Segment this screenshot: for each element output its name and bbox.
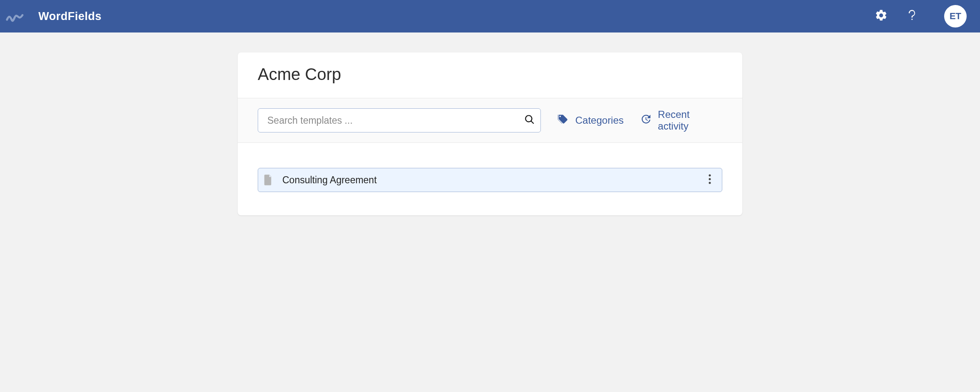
search-button[interactable] (524, 114, 535, 127)
brand-name: WordFields (38, 10, 102, 23)
recent-label: Recent activity (658, 109, 722, 132)
categories-label: Categories (575, 115, 623, 126)
tags-icon (557, 113, 568, 127)
svg-point-2 (709, 182, 711, 184)
workspace-title: Acme Corp (258, 65, 722, 84)
template-name: Consulting Agreement (282, 175, 703, 186)
search-wrap (258, 108, 541, 132)
brand-logo-icon (6, 7, 24, 25)
template-list: Consulting Agreement (238, 143, 742, 215)
avatar-initials: ET (950, 11, 961, 22)
recent-activity-link[interactable]: Recent activity (640, 109, 722, 132)
page-body: Acme Corp Categories (0, 32, 980, 235)
workspace-card: Acme Corp Categories (238, 52, 742, 215)
brand-block[interactable]: WordFields (6, 7, 102, 25)
card-toolbar: Categories Recent activity (238, 98, 742, 143)
kebab-icon (709, 174, 711, 186)
row-menu-button[interactable] (703, 173, 717, 187)
template-row[interactable]: Consulting Agreement (258, 168, 722, 192)
app-header: WordFields ET (0, 0, 980, 32)
help-button[interactable] (905, 9, 919, 23)
user-avatar[interactable]: ET (944, 5, 967, 27)
categories-link[interactable]: Categories (557, 113, 623, 127)
history-icon (640, 113, 651, 127)
svg-point-0 (709, 175, 711, 177)
gear-icon (874, 9, 888, 24)
question-icon (905, 9, 919, 24)
document-icon (262, 174, 274, 186)
search-input[interactable] (258, 108, 541, 132)
search-icon (524, 114, 535, 127)
card-header: Acme Corp (238, 52, 742, 98)
svg-point-1 (709, 178, 711, 180)
settings-button[interactable] (874, 9, 888, 23)
header-actions: ET (874, 5, 967, 27)
